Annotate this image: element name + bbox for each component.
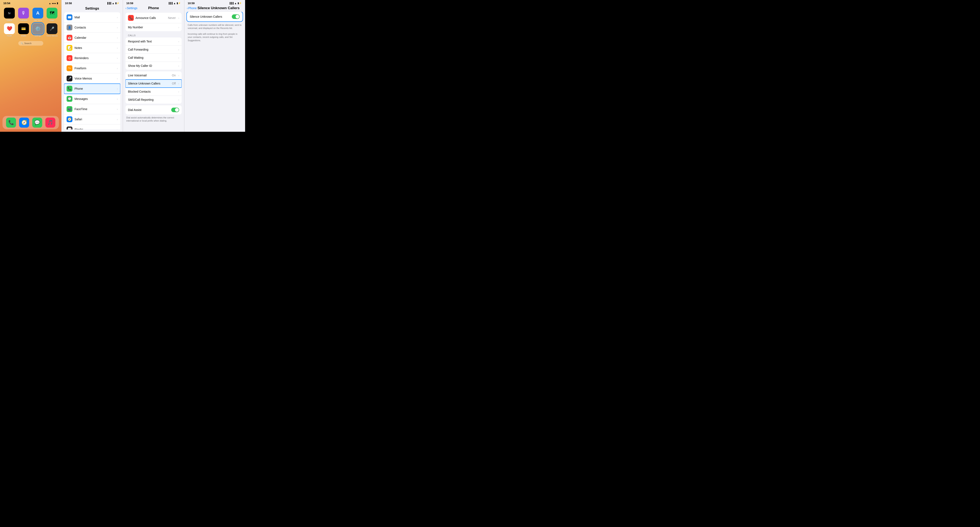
settings-icon: ⚙️ (32, 23, 43, 34)
app-voicememos-label: Voice Memos (46, 35, 57, 37)
app-tv[interactable]: tv Videos (3, 8, 15, 21)
phone-nav: ‹ Settings Phone (123, 6, 184, 12)
signal-icon: ●●● (52, 2, 56, 5)
app-voicememos[interactable]: 🎤 Voice Memos (46, 23, 58, 37)
podcasts-icon: 🎙 (18, 8, 29, 19)
phone-status-icons: ▐▐▐ ▲ ▮⚡ (168, 2, 181, 5)
home-screen: 10:54 ▲ ●●● ▮ tv Videos 🎙 Podcasts A App… (0, 0, 61, 132)
app-appstore[interactable]: A App Store (32, 8, 44, 21)
phone-settings-screen: 10:59 ▐▐▐ ▲ ▮⚡ ‹ Settings Phone 📞 Announ… (123, 0, 184, 132)
app-settings-label: Settings (34, 35, 41, 37)
mail-chevron: › (117, 16, 118, 19)
silence-status-icons: ▐▐▐ ▲ ▮⚡ (229, 2, 242, 5)
back-chevron-icon: ‹ (187, 6, 188, 10)
phone-group-calls: Respond with Text › Call Forwarding › Ca… (126, 37, 181, 70)
settings-row-contacts[interactable]: 👤 Contacts › (64, 22, 120, 33)
phone-group-1: 📞 Announce Calls Never › My Number › (126, 13, 181, 31)
back-to-phone-button[interactable]: ‹ Phone (187, 6, 197, 10)
live-voicemail-row[interactable]: Live Voicemail On › (126, 72, 181, 80)
phone-chevron: › (117, 87, 118, 90)
stocks-icon: 📈 (67, 127, 72, 129)
dial-assist-description: Dial assist automatically determines the… (126, 116, 181, 123)
settings-row-freeform[interactable]: 〜 Freeform › (64, 63, 120, 73)
settings-row-messages[interactable]: 💬 Messages › (64, 94, 120, 104)
wifi-icon: ▲ (234, 2, 237, 5)
silence-unknown-row[interactable]: Silence Unknown Callers Off › (126, 80, 181, 88)
search-icon: 🔍 (21, 42, 23, 45)
health-icon: ❤️ (4, 23, 15, 34)
mail-label: Mail (75, 16, 115, 19)
voicememos-settings-label: Voice Memos (75, 77, 115, 80)
dock-safari[interactable]: 🧭 (19, 118, 29, 127)
silence-unknown-chevron: › (178, 82, 179, 85)
contacts-chevron: › (117, 26, 118, 29)
silence-main-label: Silence Unknown Callers (190, 15, 232, 18)
reminders-icon: ⊙ (67, 55, 72, 61)
settings-row-notes[interactable]: 📝 Notes › (64, 43, 120, 53)
freeform-chevron: › (117, 67, 118, 70)
app-wallet-label: Wallet (21, 35, 26, 37)
silence-nav: ‹ Phone Silence Unknown Callers (185, 6, 245, 12)
home-search-bar[interactable]: 🔍 Search (18, 41, 43, 46)
silence-unknown-value: Off (172, 82, 176, 85)
dock-phone[interactable]: 📞 (6, 118, 16, 127)
silence-status-bar: 10:59 ▐▐▐ ▲ ▮⚡ (185, 0, 245, 6)
caller-id-row[interactable]: Show My Caller ID › (126, 62, 181, 70)
silence-callers-screen: 10:59 ▐▐▐ ▲ ▮⚡ ‹ Phone Silence Unknown C… (184, 0, 245, 132)
freeform-label: Freeform (75, 67, 115, 70)
search-bar-container[interactable]: 🔍 Search (0, 40, 61, 47)
settings-list: ✉️ Mail › 👤 Contacts › 📅 Calendar › 📝 No… (62, 12, 123, 129)
silence-unknown-toggle[interactable] (232, 14, 240, 19)
silence-main-row[interactable]: Silence Unknown Callers (187, 12, 243, 21)
settings-row-voicememos[interactable]: 🎤 Voice Memos › (64, 73, 120, 84)
settings-row-calendar[interactable]: 📅 Calendar › (64, 33, 120, 43)
settings-row-facetime[interactable]: 📹 FaceTime › (64, 104, 120, 114)
call-forwarding-row[interactable]: Call Forwarding › (126, 46, 181, 54)
silence-back-label: Phone (188, 6, 197, 10)
dial-assist-row[interactable]: Dial Assist (126, 105, 181, 115)
battery-icon: ▮ (57, 2, 58, 5)
settings-row-reminders[interactable]: ⊙ Reminders › (64, 53, 120, 63)
app-podcasts-label: Podcasts (20, 19, 27, 21)
phone-settings-icon: 📞 (67, 86, 72, 92)
settings-row-stocks[interactable]: 📈 Stocks › (64, 124, 120, 129)
back-to-settings-button[interactable]: ‹ Settings (126, 6, 137, 10)
settings-row-safari[interactable]: 🧭 Safari › (64, 114, 120, 124)
phone-settings-label: Phone (75, 87, 115, 90)
music-dock-icon: 🎵 (48, 120, 53, 125)
live-voicemail-label: Live Voicemail (128, 74, 170, 77)
call-waiting-row[interactable]: Call Waiting › (126, 54, 181, 62)
silence-unknown-label: Silence Unknown Callers (128, 82, 170, 85)
dial-assist-toggle[interactable] (171, 108, 179, 112)
live-voicemail-chevron: › (178, 74, 179, 77)
sms-reporting-row[interactable]: SMS/Call Reporting › (126, 96, 181, 103)
blocked-contacts-row[interactable]: Blocked Contacts › (126, 88, 181, 96)
dock-messages[interactable]: 💬 (32, 118, 42, 127)
call-waiting-chevron: › (178, 56, 179, 59)
app-settings[interactable]: ⚙️ Settings (32, 23, 44, 37)
phone-app-icon: 📞 (128, 15, 134, 21)
safari-dock-icon: 🧭 (21, 120, 27, 125)
my-number-row[interactable]: My Number › (126, 23, 181, 31)
app-wallet[interactable]: 💳 Wallet (18, 23, 30, 37)
dock-music[interactable]: 🎵 (45, 118, 55, 127)
settings-status-bar: 10:58 ▐▐▐ ▲ ▮⚡ (62, 0, 123, 6)
settings-row-mail[interactable]: ✉️ Mail › (64, 12, 120, 22)
messages-chevron: › (117, 97, 118, 100)
reminders-chevron: › (117, 57, 118, 60)
respond-text-row[interactable]: Respond with Text › (126, 37, 181, 46)
safari-settings-label: Safari (75, 118, 115, 121)
voicememos-chevron: › (117, 77, 118, 80)
settings-row-phone[interactable]: 📞 Phone › (64, 84, 120, 94)
dock: 📞 🧭 💬 🎵 (3, 116, 59, 129)
app-maps[interactable]: 🗺 Maps (46, 8, 58, 21)
calendar-chevron: › (117, 36, 118, 39)
announce-calls-row[interactable]: 📞 Announce Calls Never › (126, 13, 181, 23)
app-podcasts[interactable]: 🎙 Podcasts (18, 8, 30, 21)
app-health-label: Health (7, 35, 12, 37)
contacts-label: Contacts (75, 26, 115, 29)
facetime-chevron: › (117, 108, 118, 111)
announce-calls-value: Never (168, 16, 176, 19)
wifi-icon: ▲ (49, 2, 51, 5)
app-health[interactable]: ❤️ Health (3, 23, 15, 37)
